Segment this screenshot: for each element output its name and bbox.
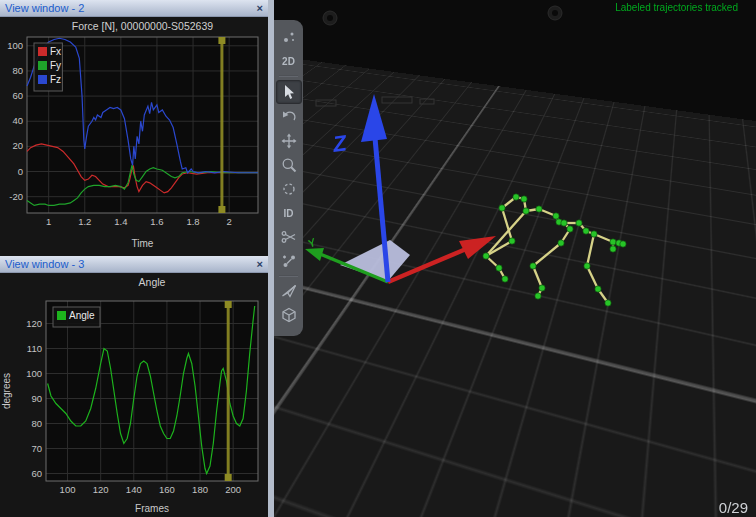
svg-text:60: 60: [12, 90, 23, 101]
svg-text:1: 1: [46, 216, 51, 227]
pan-tool-button[interactable]: [277, 130, 301, 152]
svg-text:140: 140: [126, 484, 142, 495]
svg-text:110: 110: [27, 343, 42, 354]
tracking-status: Labeled trajectories tracked: [615, 2, 738, 13]
svg-text:1.4: 1.4: [114, 216, 127, 227]
svg-text:0: 0: [18, 166, 23, 177]
svg-text:120: 120: [93, 484, 109, 495]
angle-plot[interactable]: 10012014016018020060708090100110120Angle…: [0, 273, 268, 517]
3d-viewport[interactable]: YZ Labeled trajectories tracked 0/29 2D: [274, 0, 756, 517]
connect-trajectory-button[interactable]: [277, 250, 301, 272]
svg-text:Y: Y: [306, 235, 319, 250]
viewport-toolbar: 2D ID: [274, 20, 303, 336]
view-window-2-title: View window - 2: [5, 2, 257, 14]
application-window: View window - 2 × 11.21.41.61.82-2002040…: [0, 0, 756, 517]
svg-text:1.8: 1.8: [186, 216, 199, 227]
svg-text:degrees: degrees: [1, 373, 12, 409]
svg-text:Fz: Fz: [50, 74, 61, 85]
svg-text:Angle: Angle: [139, 276, 166, 288]
svg-text:Angle: Angle: [69, 310, 95, 321]
close-icon[interactable]: ×: [257, 3, 263, 13]
svg-text:60: 60: [31, 468, 42, 479]
cut-trajectory-button[interactable]: [277, 226, 301, 248]
svg-text:160: 160: [159, 484, 175, 495]
svg-text:90: 90: [31, 393, 42, 404]
svg-text:Frames: Frames: [135, 503, 169, 514]
fly-navigation-button[interactable]: [277, 280, 301, 302]
scene-overlay: YZ: [274, 0, 756, 517]
view-window-2-panel: View window - 2 × 11.21.41.61.82-2002040…: [0, 0, 268, 257]
view-window-2-titlebar[interactable]: View window - 2 ×: [0, 0, 268, 17]
svg-text:20: 20: [12, 140, 23, 151]
svg-text:Z: Z: [330, 130, 349, 157]
rotate-orbit-tool-button[interactable]: [277, 178, 301, 200]
toolbar-divider: [279, 75, 298, 77]
svg-text:Fy: Fy: [50, 60, 61, 71]
force-chart-body: 11.21.41.61.82-20020406080100Force [N], …: [0, 17, 268, 257]
select-tool-button[interactable]: [276, 80, 302, 104]
view-window-3-titlebar[interactable]: View window - 3 ×: [0, 256, 268, 273]
svg-text:200: 200: [225, 484, 241, 495]
svg-text:1.2: 1.2: [78, 216, 91, 227]
svg-text:40: 40: [12, 115, 23, 126]
view-window-3-panel: View window - 3 × 1001201401601802006070…: [0, 256, 268, 517]
svg-text:80: 80: [31, 418, 42, 429]
toolbar-divider: [279, 275, 298, 277]
dock-area: View window - 2 × 11.21.41.61.82-2002040…: [0, 0, 274, 517]
3d-cube-view-button[interactable]: [277, 304, 301, 326]
svg-text:1.6: 1.6: [150, 216, 163, 227]
zoom-tool-button[interactable]: [277, 154, 301, 176]
svg-text:Force [N], 00000000-S052639: Force [N], 00000000-S052639: [72, 20, 213, 32]
svg-text:Time: Time: [132, 238, 154, 249]
svg-text:120: 120: [26, 318, 42, 329]
undo-button[interactable]: [277, 106, 301, 128]
force-plot[interactable]: 11.21.41.61.82-20020406080100Force [N], …: [0, 17, 268, 253]
markers-tool-button[interactable]: [277, 26, 301, 48]
angle-chart-body: 10012014016018020060708090100110120Angle…: [0, 273, 268, 517]
svg-text:180: 180: [192, 484, 208, 495]
svg-text:-20: -20: [9, 191, 23, 202]
svg-text:70: 70: [31, 443, 42, 454]
svg-text:80: 80: [12, 65, 23, 76]
svg-text:100: 100: [26, 368, 42, 379]
svg-text:100: 100: [60, 484, 76, 495]
identify-tool-button[interactable]: ID: [277, 202, 301, 224]
svg-text:100: 100: [7, 40, 23, 51]
svg-text:2: 2: [226, 216, 231, 227]
2d-view-button[interactable]: 2D: [277, 50, 301, 72]
view-window-3-title: View window - 3: [5, 258, 257, 270]
close-icon[interactable]: ×: [257, 259, 263, 269]
frame-counter: 0/29: [719, 499, 748, 516]
svg-text:Fx: Fx: [50, 46, 61, 57]
